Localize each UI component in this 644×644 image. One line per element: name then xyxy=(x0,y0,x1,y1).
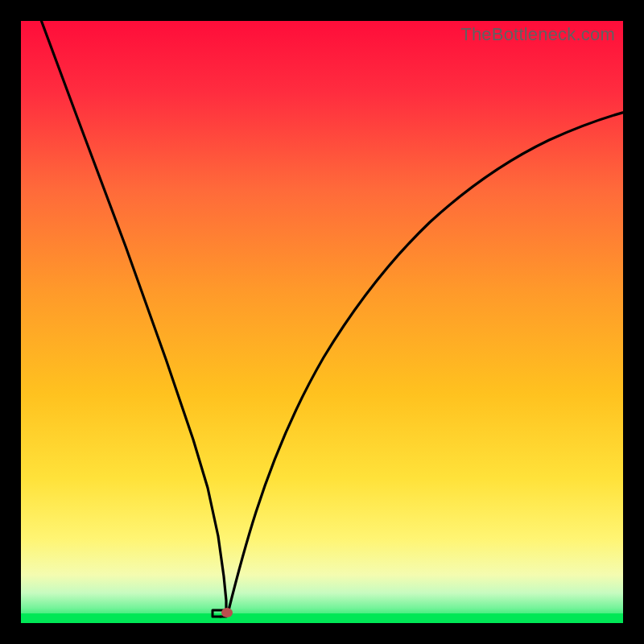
plot-area: TheBottleneck.com xyxy=(21,21,623,623)
curve-left-branch xyxy=(35,21,226,617)
watermark-text: TheBottleneck.com xyxy=(460,24,615,45)
bottleneck-curve xyxy=(21,21,623,623)
chart-frame: TheBottleneck.com xyxy=(0,0,644,644)
curve-right-branch xyxy=(229,108,623,610)
minimum-marker-dot xyxy=(221,608,233,617)
